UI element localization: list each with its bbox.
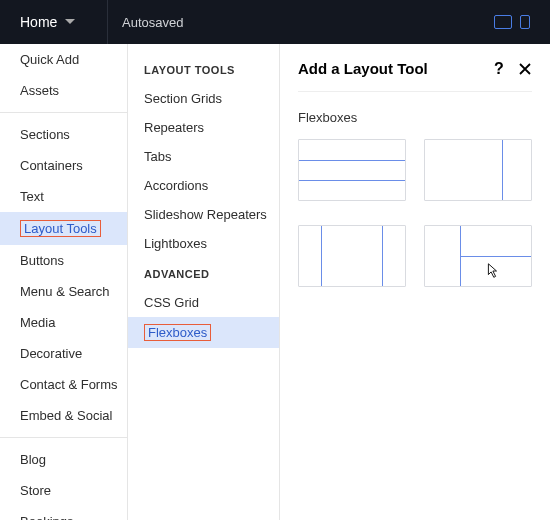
panel-title: Add a Layout Tool: [298, 60, 428, 77]
sidebar-item-containers[interactable]: Containers: [0, 150, 127, 181]
subitem-flexboxes[interactable]: Flexboxes: [128, 317, 279, 348]
heading-layout-tools: LAYOUT TOOLS: [128, 54, 279, 84]
primary-sidebar: Quick Add Assets Sections Containers Tex…: [0, 44, 128, 520]
autosave-status: Autosaved: [108, 15, 197, 30]
sidebar-item-buttons[interactable]: Buttons: [0, 245, 127, 276]
layout-panel: Add a Layout Tool ? Flexboxes: [280, 44, 550, 520]
secondary-sidebar: LAYOUT TOOLS Section Grids Repeaters Tab…: [128, 44, 280, 520]
flexbox-option-mixed[interactable]: [424, 225, 532, 287]
subitem-accordions[interactable]: Accordions: [128, 171, 279, 200]
subitem-tabs[interactable]: Tabs: [128, 142, 279, 171]
subitem-section-grids[interactable]: Section Grids: [128, 84, 279, 113]
flexbox-option-column-right[interactable]: [424, 139, 532, 201]
sidebar-separator: [0, 437, 127, 438]
panel-subtitle: Flexboxes: [298, 92, 532, 139]
sidebar-item-contact-forms[interactable]: Contact & Forms: [0, 369, 127, 400]
sidebar-item-embed-social[interactable]: Embed & Social: [0, 400, 127, 431]
sidebar-item-media[interactable]: Media: [0, 307, 127, 338]
subitem-slideshow-repeaters[interactable]: Slideshow Repeaters: [128, 200, 279, 229]
subitem-repeaters[interactable]: Repeaters: [128, 113, 279, 142]
mobile-view-icon[interactable]: [520, 15, 530, 29]
sidebar-item-bookings[interactable]: Bookings: [0, 506, 127, 520]
sidebar-item-layout-tools[interactable]: Layout Tools: [0, 212, 127, 245]
help-icon[interactable]: ?: [492, 62, 506, 76]
sidebar-item-blog[interactable]: Blog: [0, 444, 127, 475]
close-icon[interactable]: [518, 62, 532, 76]
sidebar-item-label: Layout Tools: [20, 220, 101, 237]
chevron-down-icon: [65, 17, 75, 27]
panel-header: Add a Layout Tool ?: [298, 60, 532, 92]
sidebar-item-quick-add[interactable]: Quick Add: [0, 44, 127, 75]
home-dropdown[interactable]: Home: [0, 0, 108, 44]
top-bar: Home Autosaved: [0, 0, 550, 44]
sidebar-separator: [0, 112, 127, 113]
sidebar-item-assets[interactable]: Assets: [0, 75, 127, 106]
topbar-right: [494, 15, 550, 29]
layout-options-grid: [298, 139, 532, 287]
sidebar-item-store[interactable]: Store: [0, 475, 127, 506]
subitem-lightboxes[interactable]: Lightboxes: [128, 229, 279, 258]
subitem-css-grid[interactable]: CSS Grid: [128, 288, 279, 317]
cursor-icon: [483, 262, 501, 280]
desktop-view-icon[interactable]: [494, 15, 512, 29]
sidebar-item-sections[interactable]: Sections: [0, 119, 127, 150]
sidebar-item-decorative[interactable]: Decorative: [0, 338, 127, 369]
home-label: Home: [20, 14, 57, 30]
heading-advanced: ADVANCED: [128, 258, 279, 288]
main-area: Quick Add Assets Sections Containers Tex…: [0, 44, 550, 520]
flexbox-option-rows[interactable]: [298, 139, 406, 201]
subitem-label: Flexboxes: [144, 324, 211, 341]
panel-actions: ?: [492, 62, 532, 76]
sidebar-item-menu-search[interactable]: Menu & Search: [0, 276, 127, 307]
sidebar-item-text[interactable]: Text: [0, 181, 127, 212]
flexbox-option-columns[interactable]: [298, 225, 406, 287]
